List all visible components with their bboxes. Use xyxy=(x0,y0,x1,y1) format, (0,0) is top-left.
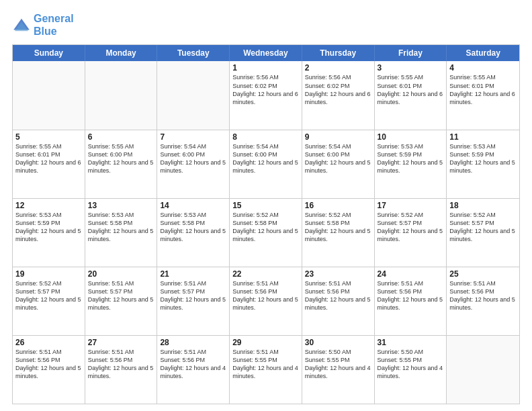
day-info: Sunrise: 5:51 AM Sunset: 5:55 PM Dayligh… xyxy=(232,348,299,381)
day-info: Sunrise: 5:56 AM Sunset: 6:02 PM Dayligh… xyxy=(305,73,371,106)
day-info: Sunrise: 5:50 AM Sunset: 5:55 PM Dayligh… xyxy=(305,348,371,381)
calendar-day-1: 1Sunrise: 5:56 AM Sunset: 6:02 PM Daylig… xyxy=(230,61,302,129)
day-number: 4 xyxy=(449,63,517,73)
day-number: 1 xyxy=(232,63,299,73)
calendar-day-11: 11Sunrise: 5:53 AM Sunset: 5:59 PM Dayli… xyxy=(447,130,519,198)
weekday-header-tuesday: Tuesday xyxy=(157,45,230,61)
calendar-day-5: 5Sunrise: 5:55 AM Sunset: 6:01 PM Daylig… xyxy=(13,130,85,198)
logo-icon xyxy=(12,17,31,32)
weekday-header-thursday: Thursday xyxy=(302,45,375,61)
day-number: 15 xyxy=(232,201,299,210)
day-info: Sunrise: 5:51 AM Sunset: 5:56 PM Dayligh… xyxy=(449,279,517,312)
day-info: Sunrise: 5:51 AM Sunset: 5:57 PM Dayligh… xyxy=(88,279,154,312)
day-info: Sunrise: 5:52 AM Sunset: 5:58 PM Dayligh… xyxy=(305,211,371,244)
calendar: SundayMondayTuesdayWednesdayThursdayFrid… xyxy=(12,44,520,404)
calendar-day-3: 3Sunrise: 5:55 AM Sunset: 6:01 PM Daylig… xyxy=(375,61,447,129)
day-number: 3 xyxy=(378,63,444,73)
weekday-header-saturday: Saturday xyxy=(447,45,519,61)
calendar-empty-cell xyxy=(85,61,158,129)
day-number: 9 xyxy=(305,132,371,142)
calendar-day-2: 2Sunrise: 5:56 AM Sunset: 6:02 PM Daylig… xyxy=(302,61,375,129)
day-number: 8 xyxy=(232,132,299,142)
day-info: Sunrise: 5:52 AM Sunset: 5:57 PM Dayligh… xyxy=(378,211,444,244)
calendar-body: 1Sunrise: 5:56 AM Sunset: 6:02 PM Daylig… xyxy=(13,61,519,404)
day-info: Sunrise: 5:52 AM Sunset: 5:57 PM Dayligh… xyxy=(449,211,517,244)
day-number: 7 xyxy=(160,132,226,142)
calendar-day-27: 27Sunrise: 5:51 AM Sunset: 5:56 PM Dayli… xyxy=(85,336,158,404)
weekday-header-monday: Monday xyxy=(85,45,158,61)
calendar-day-19: 19Sunrise: 5:52 AM Sunset: 5:57 PM Dayli… xyxy=(13,267,85,335)
calendar-day-20: 20Sunrise: 5:51 AM Sunset: 5:57 PM Dayli… xyxy=(85,267,158,335)
calendar-row-2: 12Sunrise: 5:53 AM Sunset: 5:59 PM Dayli… xyxy=(13,198,519,267)
calendar-row-1: 5Sunrise: 5:55 AM Sunset: 6:01 PM Daylig… xyxy=(13,130,519,198)
logo: General Blue xyxy=(12,12,74,38)
day-info: Sunrise: 5:51 AM Sunset: 5:56 PM Dayligh… xyxy=(378,279,444,312)
day-number: 6 xyxy=(88,132,154,142)
day-info: Sunrise: 5:51 AM Sunset: 5:56 PM Dayligh… xyxy=(15,348,82,381)
day-number: 23 xyxy=(305,269,371,279)
day-info: Sunrise: 5:50 AM Sunset: 5:55 PM Dayligh… xyxy=(378,348,444,381)
logo-text: General Blue xyxy=(34,12,74,38)
calendar-day-30: 30Sunrise: 5:50 AM Sunset: 5:55 PM Dayli… xyxy=(302,336,375,404)
day-info: Sunrise: 5:55 AM Sunset: 6:01 PM Dayligh… xyxy=(15,142,82,175)
calendar-day-10: 10Sunrise: 5:53 AM Sunset: 5:59 PM Dayli… xyxy=(375,130,447,198)
day-number: 10 xyxy=(378,132,444,142)
day-info: Sunrise: 5:51 AM Sunset: 5:56 PM Dayligh… xyxy=(305,279,371,312)
calendar-day-14: 14Sunrise: 5:53 AM Sunset: 5:58 PM Dayli… xyxy=(157,199,230,267)
day-info: Sunrise: 5:53 AM Sunset: 5:58 PM Dayligh… xyxy=(88,211,154,244)
calendar-day-8: 8Sunrise: 5:54 AM Sunset: 6:00 PM Daylig… xyxy=(230,130,302,198)
calendar-day-17: 17Sunrise: 5:52 AM Sunset: 5:57 PM Dayli… xyxy=(375,199,447,267)
day-info: Sunrise: 5:53 AM Sunset: 5:59 PM Dayligh… xyxy=(378,142,444,175)
day-number: 27 xyxy=(88,338,154,347)
day-number: 2 xyxy=(305,63,371,73)
day-info: Sunrise: 5:51 AM Sunset: 5:56 PM Dayligh… xyxy=(232,279,299,312)
day-info: Sunrise: 5:52 AM Sunset: 5:58 PM Dayligh… xyxy=(232,211,299,244)
day-info: Sunrise: 5:51 AM Sunset: 5:57 PM Dayligh… xyxy=(160,279,226,312)
day-number: 28 xyxy=(160,338,226,347)
day-number: 30 xyxy=(305,338,371,347)
calendar-day-26: 26Sunrise: 5:51 AM Sunset: 5:56 PM Dayli… xyxy=(13,336,85,404)
day-number: 26 xyxy=(15,338,82,347)
day-number: 19 xyxy=(15,269,82,279)
day-info: Sunrise: 5:54 AM Sunset: 6:00 PM Dayligh… xyxy=(305,142,371,175)
day-number: 14 xyxy=(160,201,226,210)
day-number: 11 xyxy=(449,132,517,142)
day-number: 18 xyxy=(449,201,517,210)
calendar-day-28: 28Sunrise: 5:51 AM Sunset: 5:56 PM Dayli… xyxy=(157,336,230,404)
calendar-day-9: 9Sunrise: 5:54 AM Sunset: 6:00 PM Daylig… xyxy=(302,130,375,198)
day-info: Sunrise: 5:55 AM Sunset: 6:00 PM Dayligh… xyxy=(88,142,154,175)
day-number: 13 xyxy=(88,201,154,210)
day-info: Sunrise: 5:56 AM Sunset: 6:02 PM Dayligh… xyxy=(232,73,299,106)
day-info: Sunrise: 5:53 AM Sunset: 5:59 PM Dayligh… xyxy=(449,142,517,175)
calendar-row-0: 1Sunrise: 5:56 AM Sunset: 6:02 PM Daylig… xyxy=(13,61,519,129)
calendar-day-12: 12Sunrise: 5:53 AM Sunset: 5:59 PM Dayli… xyxy=(13,199,85,267)
calendar-empty-cell xyxy=(13,61,85,129)
calendar-day-21: 21Sunrise: 5:51 AM Sunset: 5:57 PM Dayli… xyxy=(157,267,230,335)
day-info: Sunrise: 5:52 AM Sunset: 5:57 PM Dayligh… xyxy=(15,279,82,312)
day-number: 22 xyxy=(232,269,299,279)
day-number: 17 xyxy=(378,201,444,210)
calendar-day-15: 15Sunrise: 5:52 AM Sunset: 5:58 PM Dayli… xyxy=(230,199,302,267)
weekday-header-wednesday: Wednesday xyxy=(230,45,302,61)
day-number: 31 xyxy=(378,338,444,347)
page-header: General Blue xyxy=(12,12,520,38)
day-info: Sunrise: 5:54 AM Sunset: 6:00 PM Dayligh… xyxy=(232,142,299,175)
calendar-day-24: 24Sunrise: 5:51 AM Sunset: 5:56 PM Dayli… xyxy=(375,267,447,335)
day-info: Sunrise: 5:53 AM Sunset: 5:59 PM Dayligh… xyxy=(15,211,82,244)
day-info: Sunrise: 5:53 AM Sunset: 5:58 PM Dayligh… xyxy=(160,211,226,244)
calendar-empty-cell xyxy=(447,336,519,404)
calendar-day-13: 13Sunrise: 5:53 AM Sunset: 5:58 PM Dayli… xyxy=(85,199,158,267)
calendar-day-18: 18Sunrise: 5:52 AM Sunset: 5:57 PM Dayli… xyxy=(447,199,519,267)
day-number: 16 xyxy=(305,201,371,210)
calendar-row-3: 19Sunrise: 5:52 AM Sunset: 5:57 PM Dayli… xyxy=(13,267,519,335)
weekday-header-sunday: Sunday xyxy=(13,45,85,61)
day-info: Sunrise: 5:51 AM Sunset: 5:56 PM Dayligh… xyxy=(160,348,226,381)
day-number: 5 xyxy=(15,132,82,142)
day-info: Sunrise: 5:55 AM Sunset: 6:01 PM Dayligh… xyxy=(378,73,444,106)
calendar-day-31: 31Sunrise: 5:50 AM Sunset: 5:55 PM Dayli… xyxy=(375,336,447,404)
calendar-day-22: 22Sunrise: 5:51 AM Sunset: 5:56 PM Dayli… xyxy=(230,267,302,335)
calendar-day-4: 4Sunrise: 5:55 AM Sunset: 6:01 PM Daylig… xyxy=(447,61,519,129)
calendar-day-7: 7Sunrise: 5:54 AM Sunset: 6:00 PM Daylig… xyxy=(157,130,230,198)
day-number: 12 xyxy=(15,201,82,210)
page-container: General Blue SundayMondayTuesdayWednesda… xyxy=(0,0,532,411)
